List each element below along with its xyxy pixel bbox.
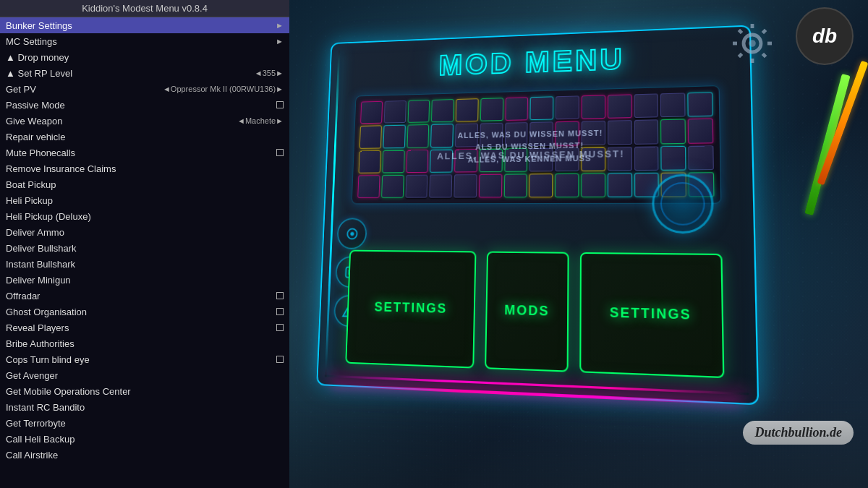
table-surface <box>289 401 868 488</box>
menu-item-label: Get Terrorbyte <box>6 418 66 429</box>
key-17 <box>430 124 454 147</box>
menu-panel: Kiddion's Modest Menu v0.8.4 Bunker Sett… <box>0 0 289 488</box>
menu-item-reveal-players[interactable]: Reveal Players <box>0 320 289 335</box>
key-20 <box>505 122 528 146</box>
key-42 <box>357 175 380 198</box>
menu-item-checkbox[interactable] <box>276 292 284 299</box>
key-5 <box>480 98 503 121</box>
svg-line-13 <box>739 53 741 56</box>
menu-item-label: Call Heli Backup <box>6 434 75 445</box>
mod-menu-title: MOD MENU <box>438 42 625 82</box>
menu-item-passive-mode[interactable]: Passive Mode <box>0 97 289 113</box>
key-25 <box>634 120 658 145</box>
menu-item-checkbox[interactable] <box>276 308 284 315</box>
bottom-panels: SETTINGS MODS SETTINGS <box>345 250 724 378</box>
key-0 <box>360 101 383 124</box>
menu-title: Kiddion's Modest Menu v0.8.4 <box>0 0 289 17</box>
key-8 <box>556 95 579 119</box>
menu-item-checkbox[interactable] <box>276 356 284 363</box>
menu-item-label: Repair vehicle <box>6 132 65 142</box>
menu-item-label: Offradar <box>6 291 40 301</box>
menu-item-checkbox[interactable] <box>276 149 284 156</box>
menu-item-boat-pickup[interactable]: Boat Pickup <box>0 176 289 192</box>
key-43 <box>381 175 404 198</box>
key-3 <box>431 99 454 122</box>
menu-item-label: Give Weapon <box>6 116 63 127</box>
menu-item-value: ◄Machete► <box>237 116 284 125</box>
arrow-right-icon: ► <box>276 37 284 46</box>
menu-item-label: Ghost Organisation <box>6 307 87 317</box>
svg-line-12 <box>762 30 765 33</box>
menu-item-checkbox[interactable] <box>276 101 284 108</box>
menu-item-right: ◄355► <box>255 69 284 77</box>
menu-item-mc-settings[interactable]: MC Settings► <box>0 33 289 49</box>
menu-item-cops-turn-blind[interactable]: Cops Turn blind eye <box>0 351 289 367</box>
menu-item-call-heli-backup[interactable]: Call Heli Backup <box>0 431 289 447</box>
menu-item-label: Reveal Players <box>6 322 69 333</box>
menu-item-deliver-minigun[interactable]: Deliver Minigun <box>0 272 289 288</box>
menu-item-right: ◄Machete► <box>237 116 284 125</box>
key-52 <box>608 173 632 197</box>
menu-item-label: MC Settings <box>6 36 57 47</box>
key-49 <box>529 174 553 197</box>
menu-item-get-pv[interactable]: Get PV◄Oppressor Mk II (00RWU136)► <box>0 81 289 97</box>
menu-item-label: Remove Insurance Claims <box>6 163 116 174</box>
menu-item-value: ◄355► <box>255 69 284 77</box>
menu-item-label: Bunker Settings <box>6 20 72 31</box>
menu-item-give-weapon[interactable]: Give Weapon◄Machete► <box>0 113 289 129</box>
menu-item-right <box>276 149 284 156</box>
menu-item-right <box>276 308 284 315</box>
gear-decoration <box>731 22 774 65</box>
key-22 <box>556 121 579 145</box>
key-2 <box>407 100 430 123</box>
menu-item-deliver-ammo[interactable]: Deliver Ammo <box>0 224 289 240</box>
menu-item-label: Instant Bullshark <box>6 259 75 270</box>
menu-item-label: Heli Pickup <box>6 195 53 206</box>
menu-item-get-terrorbyte[interactable]: Get Terrorbyte <box>0 415 289 431</box>
menu-item-ghost-organisation[interactable]: Ghost Organisation <box>0 304 289 320</box>
menu-item-value: ◄Oppressor Mk II (00RWU136)► <box>163 85 284 93</box>
menu-item-get-avenger[interactable]: Get Avenger <box>0 367 289 383</box>
menu-item-mute-phonecalls[interactable]: Mute Phonecalls <box>0 145 289 160</box>
key-27 <box>688 119 713 143</box>
menu-item-right: ► <box>276 21 284 30</box>
svg-line-11 <box>762 53 765 56</box>
menu-item-label: Passive Mode <box>6 100 65 111</box>
menu-item-call-airstrike[interactable]: Call Airstrike <box>0 447 289 463</box>
menu-item-offradar[interactable]: Offradar <box>0 288 289 304</box>
menu-item-label: Deliver Bullshark <box>6 243 77 254</box>
mod-board: MOD MENU ALLES, WAS DU WISSEN MUSST! ALS… <box>316 25 759 406</box>
key-50 <box>555 174 579 197</box>
key-18 <box>455 124 478 147</box>
key-11 <box>634 93 658 118</box>
menu-item-right <box>276 324 284 331</box>
key-14 <box>359 126 382 149</box>
circle-element <box>652 174 714 234</box>
svg-point-1 <box>350 231 354 235</box>
menu-item-label: Get PV <box>6 84 36 95</box>
key-24 <box>608 120 632 145</box>
menu-item-label: Call Airstrike <box>6 450 58 461</box>
key-48 <box>504 174 528 197</box>
icon-btn-1[interactable] <box>336 218 367 249</box>
key-15 <box>383 125 405 148</box>
menu-item-get-mobile-ops[interactable]: Get Mobile Operations Center <box>0 383 289 399</box>
menu-item-repair-vehicle[interactable]: Repair vehicle <box>0 129 289 145</box>
menu-item-right: ◄Oppressor Mk II (00RWU136)► <box>163 85 284 93</box>
menu-item-remove-insurance[interactable]: Remove Insurance Claims <box>0 160 289 176</box>
menu-item-drop-money[interactable]: ▲ Drop money <box>0 49 289 65</box>
menu-item-bribe-authorities[interactable]: Bribe Authorities <box>0 335 289 351</box>
menu-item-set-rp[interactable]: ▲ Set RP Level◄355► <box>0 65 289 81</box>
menu-item-checkbox[interactable] <box>276 324 284 331</box>
menu-item-label: Get Mobile Operations Center <box>6 386 131 397</box>
settings-panel-1: SETTINGS <box>345 250 476 369</box>
menu-item-instant-rc-bandito[interactable]: Instant RC Bandito <box>0 399 289 415</box>
menu-item-heli-pickup[interactable]: Heli Pickup <box>0 192 289 208</box>
key-6 <box>505 97 528 121</box>
menu-item-deliver-bullshark[interactable]: Deliver Bullshark <box>0 240 289 256</box>
image-panel: MOD MENU ALLES, WAS DU WISSEN MUSST! ALS… <box>289 0 868 488</box>
menu-item-bunker-settings[interactable]: Bunker Settings► <box>0 17 289 33</box>
key-10 <box>608 94 631 119</box>
menu-item-instant-bullshark[interactable]: Instant Bullshark <box>0 256 289 272</box>
menu-item-heli-pickup-deluxe[interactable]: Heli Pickup (Deluxe) <box>0 208 289 224</box>
